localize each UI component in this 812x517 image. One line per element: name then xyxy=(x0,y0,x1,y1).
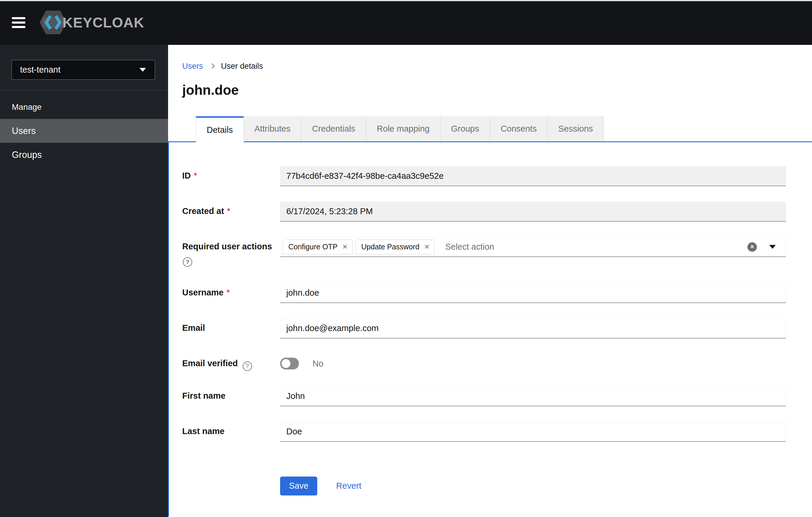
form-actions: Save Revert xyxy=(280,477,786,495)
last-name-label: Last name xyxy=(182,422,280,436)
form-row-first-name: First name xyxy=(182,386,786,406)
hamburger-bar xyxy=(12,17,25,19)
window-top-edge xyxy=(0,0,812,1)
help-icon[interactable]: ? xyxy=(243,361,252,371)
id-field xyxy=(280,166,786,186)
realm-selector-value: test-tenant xyxy=(20,65,60,75)
sidebar-item-label: Groups xyxy=(12,149,42,160)
realm-selector[interactable]: test-tenant xyxy=(11,60,155,80)
tab-consents[interactable]: Consents xyxy=(490,116,548,141)
first-name-field[interactable] xyxy=(280,386,786,406)
sidebar-item-label: Users xyxy=(12,126,36,136)
revert-button[interactable]: Revert xyxy=(336,481,361,491)
id-label: ID* xyxy=(182,166,280,181)
tab-groups[interactable]: Groups xyxy=(440,116,490,141)
sidebar: test-tenant Manage Users Groups xyxy=(0,45,168,517)
email-label: Email xyxy=(182,319,280,333)
tab-details[interactable]: Details xyxy=(196,116,244,142)
tab-attributes[interactable]: Attributes xyxy=(244,116,301,141)
chip-remove-icon[interactable]: ✕ xyxy=(424,244,430,250)
form-row-required-user-actions: Required user actions ? Configure OTP ✕ … xyxy=(182,237,786,268)
chip-update-password: Update Password ✕ xyxy=(355,240,435,254)
required-user-actions-multiselect[interactable]: Configure OTP ✕ Update Password ✕ Select… xyxy=(280,237,786,257)
nav-group-label: Manage xyxy=(12,102,168,112)
tab-sessions[interactable]: Sessions xyxy=(548,116,604,141)
hamburger-bar xyxy=(12,26,25,28)
required-indicator: * xyxy=(194,171,197,180)
breadcrumb-link-users[interactable]: Users xyxy=(182,62,203,71)
form-row-created-at: Created at* xyxy=(182,201,786,222)
hamburger-bar xyxy=(12,22,25,24)
created-at-label: Created at* xyxy=(182,201,280,216)
username-label: Username* xyxy=(182,283,280,297)
form-row-email: Email xyxy=(182,319,786,338)
brand-text: KEYCLOAK xyxy=(62,15,144,31)
email-verified-toggle[interactable] xyxy=(280,358,299,370)
sidebar-item-users[interactable]: Users xyxy=(0,119,168,143)
form-row-last-name: Last name xyxy=(182,422,786,442)
dropdown-caret-icon[interactable] xyxy=(769,245,776,249)
keycloak-logo: KEYCLOAK xyxy=(38,9,144,35)
tab-bar: Details Attributes Credentials Role mapp… xyxy=(196,116,812,142)
first-name-label: First name xyxy=(182,386,280,401)
last-name-field[interactable] xyxy=(280,422,786,442)
email-field[interactable] xyxy=(280,319,786,338)
main-content: Users User details john.doe Details Attr… xyxy=(168,45,812,517)
required-indicator: * xyxy=(227,206,230,216)
hamburger-menu-button[interactable] xyxy=(12,17,25,28)
save-button[interactable]: Save xyxy=(280,477,317,495)
breadcrumb-separator-icon xyxy=(209,63,215,69)
realm-selector-section: test-tenant xyxy=(0,45,168,90)
tab-role-mapping[interactable]: Role mapping xyxy=(366,116,440,141)
chevron-down-icon xyxy=(140,68,146,72)
breadcrumb-current: User details xyxy=(221,62,263,71)
required-indicator: * xyxy=(227,288,230,297)
user-details-form: ID* Created at* Required user actions ? xyxy=(168,141,812,516)
chip-configure-otp: Configure OTP ✕ xyxy=(283,240,353,254)
help-icon[interactable]: ? xyxy=(183,257,192,267)
created-at-field xyxy=(280,201,786,222)
email-verified-label: Email verified? xyxy=(182,354,280,371)
breadcrumb: Users User details xyxy=(182,62,812,71)
username-field[interactable] xyxy=(280,283,786,303)
multiselect-placeholder: Select action xyxy=(445,242,494,252)
tab-credentials[interactable]: Credentials xyxy=(301,116,366,141)
chip-remove-icon[interactable]: ✕ xyxy=(342,244,348,250)
sidebar-nav: Users Groups xyxy=(0,119,168,167)
page-title: john.doe xyxy=(182,82,812,98)
toggle-knob xyxy=(282,359,290,368)
required-user-actions-label: Required user actions ? xyxy=(182,237,280,267)
form-row-email-verified: Email verified? No xyxy=(182,354,786,371)
app-header: KEYCLOAK xyxy=(0,0,812,45)
form-row-username: Username* xyxy=(182,283,786,303)
clear-all-icon[interactable]: ✕ xyxy=(748,242,757,252)
form-row-id: ID* xyxy=(182,166,786,186)
email-verified-state: No xyxy=(313,359,323,369)
sidebar-item-groups[interactable]: Groups xyxy=(0,143,168,167)
